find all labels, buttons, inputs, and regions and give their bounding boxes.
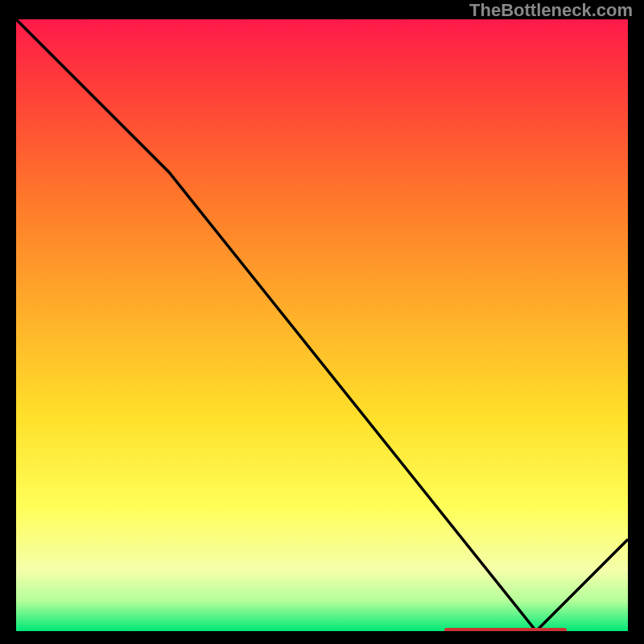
watermark-text: TheBottleneck.com <box>469 0 633 21</box>
plot-area <box>16 19 628 631</box>
chart-container: TheBottleneck.com <box>0 0 644 644</box>
chart-svg <box>16 19 628 631</box>
optimal-band-marker <box>444 628 567 631</box>
